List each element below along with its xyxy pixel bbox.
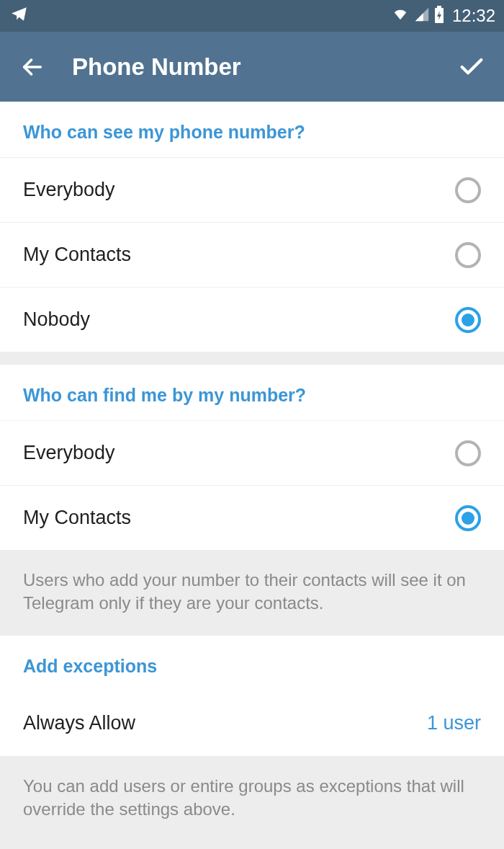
radio-icon (455, 307, 481, 333)
status-bar: 12:32 (0, 0, 504, 32)
section-find-number: Who can find me by my number? Everybody … (0, 365, 504, 550)
svg-rect-1 (437, 6, 441, 8)
status-time: 12:32 (452, 6, 495, 26)
option-label: My Contacts (23, 507, 131, 529)
option-label: Everybody (23, 179, 115, 201)
confirm-button[interactable] (454, 53, 490, 81)
section-header-find: Who can find me by my number? (0, 365, 504, 420)
section-exceptions: Add exceptions Always Allow 1 user (0, 636, 504, 756)
page-title: Phone Number (72, 53, 454, 81)
option-label: Nobody (23, 308, 90, 331)
option-see-contacts[interactable]: My Contacts (0, 222, 504, 287)
exception-always-allow[interactable]: Always Allow 1 user (0, 691, 504, 756)
option-find-contacts[interactable]: My Contacts (0, 485, 504, 550)
option-see-everybody[interactable]: Everybody (0, 157, 504, 222)
divider (0, 352, 504, 365)
app-bar: Phone Number (0, 32, 504, 102)
radio-icon (455, 177, 481, 203)
radio-icon (455, 505, 481, 531)
section-see-number: Who can see my phone number? Everybody M… (0, 102, 504, 352)
battery-charging-icon (433, 6, 445, 26)
wifi-icon (390, 6, 410, 25)
radio-icon (455, 242, 481, 268)
section-header-see: Who can see my phone number? (0, 102, 504, 157)
option-label: My Contacts (23, 244, 131, 266)
signal-icon (413, 6, 431, 25)
info-text-find: Users who add your number to their conta… (0, 550, 504, 636)
option-find-everybody[interactable]: Everybody (0, 420, 504, 485)
info-text-exceptions: You can add users or entire groups as ex… (0, 756, 504, 842)
exception-label: Always Allow (23, 712, 135, 734)
option-label: Everybody (23, 442, 115, 464)
exception-value: 1 user (427, 712, 481, 734)
option-see-nobody[interactable]: Nobody (0, 287, 504, 352)
back-button[interactable] (14, 55, 50, 79)
radio-icon (455, 440, 481, 466)
section-header-exceptions: Add exceptions (0, 636, 504, 691)
telegram-icon (9, 5, 30, 27)
